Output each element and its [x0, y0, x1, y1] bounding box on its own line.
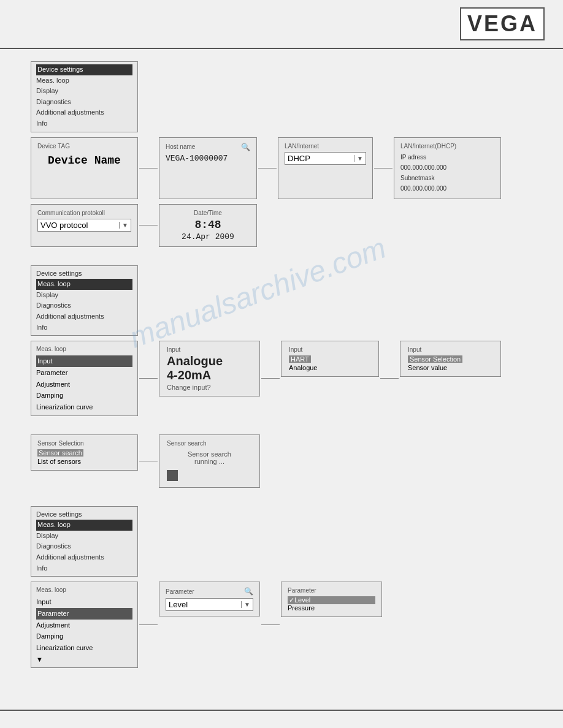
- comm-protocol-dropdown[interactable]: VVO protocol ▼: [37, 219, 131, 232]
- sub-menu-4-linearization[interactable]: Linearization curve: [36, 642, 132, 654]
- sensor-search-label: Sensor search: [167, 440, 252, 447]
- sensor-search-running-2: running ...: [167, 458, 252, 465]
- sub-menu-title-2: Meas. loop: [36, 344, 132, 354]
- lan-dropdown-value: DHCP: [288, 154, 354, 163]
- parameter-dropdown-value: Level: [169, 600, 241, 609]
- lan-dhcp-info: IP adress 000.000.000.000 Subnetmask 000…: [400, 152, 494, 194]
- input-1-value2: 4-20mA: [167, 368, 252, 382]
- connector-9: [139, 624, 158, 625]
- lan-dropdown[interactable]: DHCP ▼: [285, 152, 366, 165]
- input-3-sub: Sensor value: [408, 364, 493, 371]
- connector-4: [139, 225, 158, 226]
- param-list-pressure[interactable]: Pressure: [288, 604, 375, 612]
- section-meas-loop: Device settings Meas. loop Display Diagn…: [31, 265, 532, 416]
- menu-item-device-settings-1[interactable]: Device settings: [36, 64, 132, 75]
- lan-panel: LAN/Internet DHCP ▼: [278, 137, 373, 199]
- section-parameter: Device settings Meas. loop Display Diagn…: [31, 506, 532, 669]
- sub-menu-4-parameter[interactable]: Parameter: [36, 608, 132, 620]
- menu-item-display-3[interactable]: Display: [36, 531, 132, 542]
- menu-item-device-settings-3[interactable]: Device settings: [36, 509, 132, 520]
- sub-menu-title-4: Meas. loop: [36, 585, 132, 595]
- ip-label: IP adress: [400, 152, 494, 162]
- device-tag-value: Device Name: [37, 154, 131, 167]
- comm-dropdown-arrow-icon: ▼: [119, 222, 128, 229]
- datetime-label: Date/Time: [166, 210, 250, 216]
- input-3-label: Input: [408, 346, 493, 353]
- parameter-label: Parameter: [166, 588, 194, 595]
- page-wrapper: VEGA manualsarchive.com Device settings …: [0, 0, 563, 728]
- lan-label: LAN/Internet: [285, 143, 366, 150]
- connector-8: [139, 461, 158, 461]
- comm-protocol-value: VVO protocol: [40, 221, 119, 230]
- input-2-sub: Analogue: [289, 364, 371, 371]
- input-2-selected[interactable]: HART: [289, 355, 311, 363]
- date-display: 24.Apr 2009: [166, 232, 250, 241]
- sub-menu-4-arrow[interactable]: ▼: [36, 654, 132, 665]
- connector-6: [261, 378, 280, 379]
- parameter-label-row: Parameter 🔍: [166, 587, 253, 596]
- comm-protocol-panel: Communication protokoll VVO protocol ▼: [31, 204, 138, 247]
- connector-5: [139, 378, 158, 379]
- sub-menu-4: Meas. loop Input Parameter Adjustment Da…: [31, 582, 138, 668]
- comm-protocol-label: Communication protokoll: [37, 210, 131, 216]
- connector-2: [258, 168, 277, 169]
- parameter-search-icon[interactable]: 🔍: [244, 587, 253, 596]
- main-menu-3: Device settings Meas. loop Display Diagn…: [31, 506, 138, 577]
- input-3-selected[interactable]: Sensor Selection: [408, 355, 462, 363]
- menu-item-display-1[interactable]: Display: [36, 86, 132, 97]
- sub-menu-damping[interactable]: Damping: [36, 390, 132, 401]
- sub-menu-2: Meas. loop Input Parameter Adjustment Da…: [31, 341, 138, 415]
- input-3-selected-row: Sensor Selection: [408, 355, 493, 363]
- connector-1: [139, 168, 158, 169]
- sub-menu-4-adjustment[interactable]: Adjustment: [36, 620, 132, 631]
- menu-item-info-1[interactable]: Info: [36, 118, 132, 129]
- connector-3: [374, 168, 393, 169]
- input-1-sub: Change input?: [167, 384, 252, 391]
- input-panel-1: Input Analogue 4-20mA Change input?: [159, 341, 260, 396]
- bottom-bar: [0, 710, 563, 728]
- connector-10: [261, 624, 280, 625]
- dropdown-arrow-icon: ▼: [354, 155, 363, 162]
- input-panel-2: Input HART Analogue: [281, 341, 379, 377]
- menu-item-meas-loop-1[interactable]: Meas. loop: [36, 75, 132, 86]
- host-name-label-row: Host name 🔍: [166, 143, 250, 151]
- menu-item-additional-3[interactable]: Additional adjustments: [36, 552, 132, 563]
- sub-menu-adjustment[interactable]: Adjustment: [36, 379, 132, 390]
- sub-menu-parameter[interactable]: Parameter: [36, 367, 132, 379]
- sub-menu-4-damping[interactable]: Damping: [36, 631, 132, 642]
- search-icon[interactable]: 🔍: [241, 143, 250, 151]
- sensor-search-panel: Sensor search Sensor search running ...: [159, 434, 260, 488]
- sensor-search-item[interactable]: Sensor search: [37, 449, 83, 457]
- menu-item-diagnostics-1[interactable]: Diagnostics: [36, 97, 132, 108]
- menu-item-additional-1[interactable]: Additional adjustments: [36, 107, 132, 118]
- menu-item-additional-2[interactable]: Additional adjustments: [36, 311, 132, 322]
- param-level-label: Level: [294, 596, 310, 604]
- top-bar: VEGA: [0, 0, 563, 49]
- menu-item-info-3[interactable]: Info: [36, 563, 132, 574]
- sub-menu-linearization[interactable]: Linearization curve: [36, 401, 132, 413]
- device-tag-panel: Device TAG Device Name: [31, 137, 138, 199]
- content-area: Device settings Meas. loop Display Diagn…: [0, 49, 563, 699]
- running-indicator: [167, 470, 178, 481]
- menu-item-diagnostics-3[interactable]: Diagnostics: [36, 541, 132, 552]
- host-name-label: Host name: [166, 143, 195, 150]
- parameter-list-panel: Parameter ✓Level Pressure: [281, 582, 382, 617]
- menu-item-display-2[interactable]: Display: [36, 290, 132, 301]
- menu-item-diagnostics-2[interactable]: Diagnostics: [36, 300, 132, 311]
- sensor-selection-label: Sensor Selection: [37, 440, 131, 447]
- menu-item-device-settings-2[interactable]: Device settings: [36, 268, 132, 279]
- menu-item-meas-loop-3[interactable]: Meas. loop: [36, 520, 132, 531]
- lan-dhcp-label: LAN/Internet(DHCP): [400, 143, 494, 150]
- parameter-dropdown-panel: Parameter 🔍 Level ▼: [159, 582, 260, 616]
- menu-item-meas-loop-2[interactable]: Meas. loop: [36, 279, 132, 290]
- input-1-value1: Analogue: [167, 354, 252, 368]
- list-sensors-item[interactable]: List of sensors: [37, 458, 131, 465]
- section-device-settings: Device settings Meas. loop Display Diagn…: [31, 61, 532, 247]
- main-menu-2: Device settings Meas. loop Display Diagn…: [31, 265, 138, 336]
- sub-menu-input[interactable]: Input: [36, 355, 132, 367]
- input-2-label: Input: [289, 346, 371, 353]
- param-list-level[interactable]: ✓Level: [288, 596, 375, 604]
- menu-item-info-2[interactable]: Info: [36, 322, 132, 333]
- sub-menu-4-input[interactable]: Input: [36, 596, 132, 608]
- parameter-dropdown[interactable]: Level ▼: [166, 598, 253, 611]
